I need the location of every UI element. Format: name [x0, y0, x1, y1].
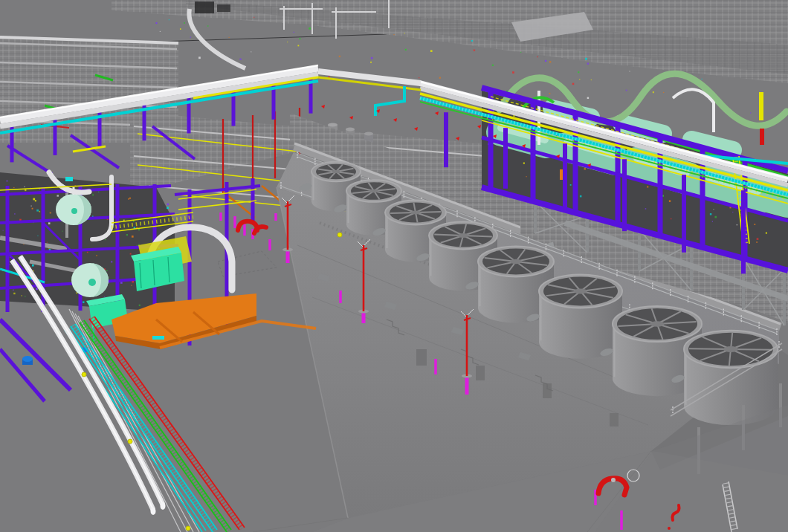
fan-hub [332, 170, 340, 173]
fan-hub [410, 210, 420, 214]
fan-hub [574, 288, 587, 293]
yellow-marker [338, 233, 342, 237]
red-dot [668, 527, 671, 530]
fan-hub [458, 233, 469, 238]
dark-equipment [195, 1, 214, 13]
model-viewport[interactable] [0, 0, 788, 532]
hydrant-flange [611, 478, 616, 482]
pipe-end-cap [151, 507, 156, 515]
fan-hub [650, 321, 664, 327]
fan-hub [723, 346, 738, 352]
yellow-marker [128, 439, 132, 444]
pipe-end-cap [161, 502, 166, 510]
yellow-marker [82, 372, 86, 377]
red-equipment [760, 129, 764, 145]
fan-hub [510, 259, 522, 265]
yellow-marker [186, 526, 190, 531]
dark-equipment [217, 4, 230, 12]
fan-hub [369, 189, 378, 193]
plant-3d-scene[interactable] [0, 0, 788, 532]
